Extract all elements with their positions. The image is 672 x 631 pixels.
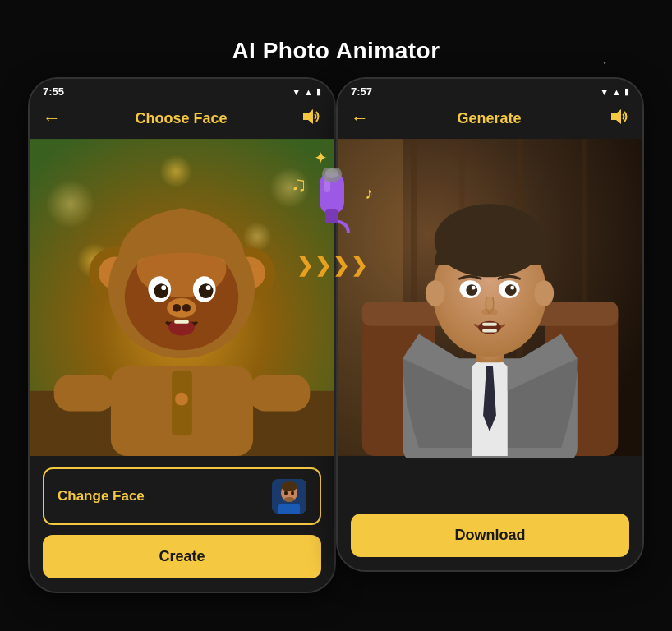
svg-point-3 [269,168,310,208]
svg-point-67 [488,309,498,316]
page-title: AI Photo Animator [232,38,440,64]
svg-rect-25 [174,320,189,324]
nav-bar-left: ← Choose Face [30,101,334,137]
svg-point-62 [466,284,477,296]
svg-rect-69 [482,323,497,326]
face-thumbnail [272,479,306,514]
wifi-icon-right: ▲ [612,87,621,97]
svg-point-22 [173,304,181,312]
svg-marker-0 [303,109,313,124]
back-button-right[interactable]: ← [351,108,369,129]
change-face-label: Change Face [58,488,145,504]
svg-rect-30 [249,375,310,412]
sound-icon-right[interactable] [610,108,629,129]
svg-rect-70 [482,329,497,333]
back-button-left[interactable]: ← [43,108,61,129]
svg-point-23 [182,304,191,312]
phone-right: 7:57 ▼ ▲ ▮ ← Generate [336,77,644,572]
svg-point-36 [284,491,288,495]
svg-rect-29 [54,375,115,412]
svg-point-28 [175,393,188,406]
status-bar-right: 7:57 ▼ ▲ ▮ [338,79,642,101]
nav-title-left: Choose Face [135,110,227,127]
svg-point-58 [426,280,445,306]
svg-rect-35 [278,504,300,514]
svg-point-21 [167,298,196,318]
create-button[interactable]: Create [43,535,321,578]
svg-point-2 [46,180,94,228]
svg-point-17 [154,283,168,298]
sound-icon-left[interactable] [301,108,321,129]
create-label: Create [159,548,205,564]
phone-left: 7:55 ▼ ▲ ▮ ← Choose Face [28,77,336,593]
time-right: 7:57 [351,85,372,98]
svg-point-5 [242,222,272,251]
svg-marker-44 [611,109,621,124]
signal-icon: ▼ [292,87,301,97]
time-left: 7:55 [43,85,64,98]
status-icons-right: ▼ ▲ ▮ [600,86,629,97]
svg-point-20 [206,285,211,290]
svg-point-37 [291,491,294,495]
svg-point-63 [505,284,517,296]
download-label: Download [455,527,526,543]
download-button[interactable]: Download [351,514,629,557]
svg-text:✦: ✦ [314,149,328,167]
phones-container: 7:55 ▼ ▲ ▮ ← Choose Face [28,77,644,593]
battery-icon-right: ▮ [624,86,629,97]
photo-area-left: ✦ [30,137,334,458]
battery-icon: ▮ [316,86,321,97]
svg-point-19 [161,285,166,290]
svg-point-18 [199,283,214,298]
svg-point-59 [534,280,554,306]
wifi-icon: ▲ [304,87,313,97]
nav-title-right: Generate [457,110,521,127]
change-face-button[interactable]: Change Face [43,467,321,525]
child-photo-svg: ✦ [30,137,334,458]
svg-point-65 [510,286,514,290]
svg-point-38 [283,497,295,502]
photo-area-right [338,137,642,458]
signal-icon-right: ▼ [600,87,609,97]
status-bar-left: 7:55 ▼ ▲ ▮ [30,79,334,101]
svg-point-64 [472,286,476,290]
phone-bottom-right: Download [338,458,642,570]
status-icons-left: ▼ ▲ ▮ [292,86,321,97]
phone-bottom-left: Change Face [30,458,334,592]
man-photo-svg [338,137,642,458]
nav-bar-right: ← Generate [338,101,642,137]
svg-point-34 [281,481,297,491]
svg-point-4 [159,155,192,188]
